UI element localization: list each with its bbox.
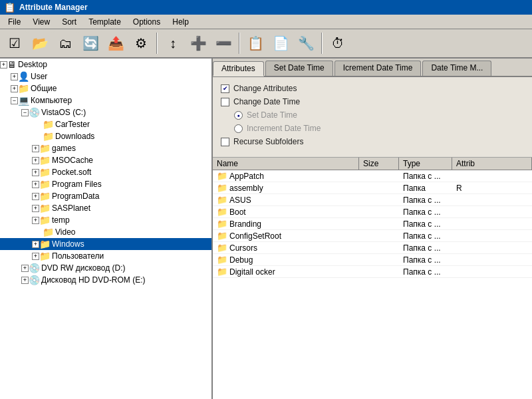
- folder2-btn[interactable]: 🗂: [53, 31, 77, 55]
- paste-btn[interactable]: 📄: [269, 31, 293, 55]
- menu-item-view[interactable]: View: [27, 16, 55, 28]
- tree-item-hddvd[interactable]: +💿Дисковод HD DVD-ROM (E:): [0, 274, 211, 286]
- file-name-cell: 📁Boot: [213, 207, 359, 217]
- tree-item-games[interactable]: +📁games: [0, 142, 211, 154]
- clock-btn[interactable]: ⏱: [326, 31, 350, 55]
- tab-icrementdatetime[interactable]: Icrement Date Time: [334, 61, 422, 76]
- file-name-cell: 📁AppPatch: [213, 171, 359, 181]
- add-btn[interactable]: ➕: [186, 31, 210, 55]
- table-row[interactable]: 📁CursorsПапка с ...: [213, 242, 532, 254]
- remove-btn[interactable]: ➖: [211, 31, 235, 55]
- tree-item-programfiles[interactable]: +📁Program Files: [0, 178, 211, 190]
- tree-expander-pocketsoft[interactable]: +: [32, 169, 39, 176]
- move-btn[interactable]: ↕: [161, 31, 185, 55]
- tree-expander-hddvd[interactable]: +: [21, 277, 29, 284]
- tree-item-video[interactable]: 📁Video: [0, 226, 211, 238]
- open-folder-btn[interactable]: 📂: [28, 31, 52, 55]
- tree-icon-video: 📁: [43, 227, 54, 237]
- tree-item-obshie[interactable]: +📁Общие: [0, 82, 211, 94]
- tree-item-temp[interactable]: +📁temp: [0, 214, 211, 226]
- table-row[interactable]: 📁DebugПапка с ...: [213, 254, 532, 266]
- tree-expander-programfiles[interactable]: +: [32, 181, 39, 188]
- tree-expander-temp[interactable]: +: [32, 217, 39, 224]
- tree-item-pocketsoft[interactable]: +📁Pocket.soft: [0, 166, 211, 178]
- tree-item-sasplanet[interactable]: +📁SASPlanet: [0, 202, 211, 214]
- check-btn[interactable]: ☑: [3, 31, 27, 55]
- tree-item-cartester[interactable]: 📁CarTester: [0, 118, 211, 130]
- tree-item-vistaos[interactable]: −💿VistaOS (C:): [0, 106, 211, 118]
- tree-expander-games[interactable]: +: [32, 145, 39, 152]
- menu-item-options[interactable]: Options: [128, 16, 166, 28]
- tree-expander-desktop[interactable]: +: [0, 61, 7, 68]
- tree-label-msocache: MSOCache: [52, 156, 93, 165]
- tree-label-desktop: Desktop: [18, 60, 47, 69]
- tree-expander-polzovateli[interactable]: +: [32, 253, 39, 260]
- tree-item-dvdrw[interactable]: +💿DVD RW дисковод (D:): [0, 262, 211, 274]
- tree-icon-cartester: 📁: [43, 119, 54, 130]
- tree-icon-sasplanet: 📁: [39, 203, 51, 213]
- tree-expander-obshie[interactable]: +: [11, 85, 18, 92]
- right-panel: AttributesSet Date TimeIcrement Date Tim…: [213, 59, 532, 399]
- tree-item-desktop[interactable]: +🖥Desktop: [0, 59, 211, 70]
- menu-item-template[interactable]: Template: [83, 16, 126, 28]
- tree-expander-msocache[interactable]: +: [32, 157, 39, 164]
- table-row[interactable]: 📁BootПапка с ...: [213, 206, 532, 218]
- set-datetime-radio[interactable]: [234, 111, 243, 120]
- tree-label-pocketsoft: Pocket.soft: [52, 168, 91, 177]
- tree-item-polzovateli[interactable]: +📁Пользователи: [0, 250, 211, 262]
- table-row[interactable]: 📁ASUSПапка с ...: [213, 194, 532, 206]
- tree-icon-user: 👤: [18, 71, 29, 82]
- increment-datetime-row: Increment Date Time: [234, 124, 524, 133]
- menu-item-sort[interactable]: Sort: [57, 16, 82, 28]
- file-type-cell: Папка с ...: [399, 207, 452, 217]
- increment-datetime-radio[interactable]: [234, 124, 243, 133]
- tree-label-obshie: Общие: [31, 84, 57, 93]
- tree-expander-user[interactable]: +: [11, 73, 18, 80]
- file-name-cell: 📁Cursors: [213, 243, 359, 253]
- col-header-size[interactable]: Size: [359, 158, 399, 170]
- table-row[interactable]: 📁Digitall ockerПапка с ...: [213, 266, 532, 278]
- recurse-subfolders-checkbox[interactable]: [221, 138, 229, 146]
- table-row[interactable]: 📁BrandingПапка с ...: [213, 218, 532, 230]
- tab-setdatetime[interactable]: Set Date Time: [265, 61, 333, 76]
- table-row[interactable]: 📁AppPatchПапка с ...: [213, 170, 532, 182]
- tree-expander-dvdrw[interactable]: +: [21, 265, 29, 272]
- col-header-name[interactable]: Name: [213, 158, 359, 170]
- tab-datetimem[interactable]: Date Time M...: [422, 61, 491, 76]
- tree-expander-programdata[interactable]: +: [32, 193, 39, 200]
- file-type-cell: Папка с ...: [399, 219, 452, 229]
- menu-item-help[interactable]: Help: [167, 16, 194, 28]
- tab-attributes[interactable]: Attributes: [213, 61, 264, 76]
- tree-item-programdata[interactable]: +📁ProgramData: [0, 190, 211, 202]
- tree-expander-video: [32, 227, 43, 237]
- table-row[interactable]: 📁assemblyПапкаR: [213, 182, 532, 194]
- tree-icon-programdata: 📁: [39, 191, 51, 201]
- file-type-cell: Папка с ...: [399, 196, 452, 205]
- table-row[interactable]: 📁ConfigSetRootПапка с ...: [213, 230, 532, 242]
- menu-item-file[interactable]: File: [3, 16, 26, 28]
- col-header-attr[interactable]: Attrib: [452, 158, 532, 170]
- tree-item-computer[interactable]: −💻Компьютер: [0, 94, 211, 106]
- tree-expander-windows[interactable]: +: [32, 241, 39, 248]
- tree-item-windows[interactable]: +📁Windows: [0, 238, 211, 250]
- file-type-cell: Папка: [399, 184, 452, 193]
- tree-item-msocache[interactable]: +📁MSOCache: [0, 154, 211, 166]
- clipboard-btn[interactable]: 📋: [243, 31, 267, 55]
- change-datetime-checkbox[interactable]: [221, 98, 229, 106]
- tree-expander-sasplanet[interactable]: +: [32, 205, 39, 212]
- change-attributes-label: Change Attributes: [233, 84, 297, 93]
- config-btn[interactable]: 🔧: [294, 31, 318, 55]
- settings-btn[interactable]: ⚙: [129, 31, 153, 55]
- file-list-header: Name Size Type Attrib: [213, 158, 532, 170]
- refresh-btn[interactable]: 🔄: [78, 31, 102, 55]
- tree-expander-computer[interactable]: −: [11, 97, 18, 104]
- file-list: Name Size Type Attrib 📁AppPatchПапка с .…: [213, 158, 532, 399]
- open3-btn[interactable]: 📤: [104, 31, 128, 55]
- tree-label-video: Video: [55, 227, 75, 237]
- change-attributes-checkbox[interactable]: [221, 84, 229, 93]
- file-name-cell: 📁ASUS: [213, 195, 359, 205]
- col-header-type[interactable]: Type: [399, 158, 452, 170]
- tree-item-downloads[interactable]: 📁Downloads: [0, 130, 211, 142]
- tree-expander-vistaos[interactable]: −: [21, 109, 29, 116]
- tree-item-user[interactable]: +👤User: [0, 70, 211, 82]
